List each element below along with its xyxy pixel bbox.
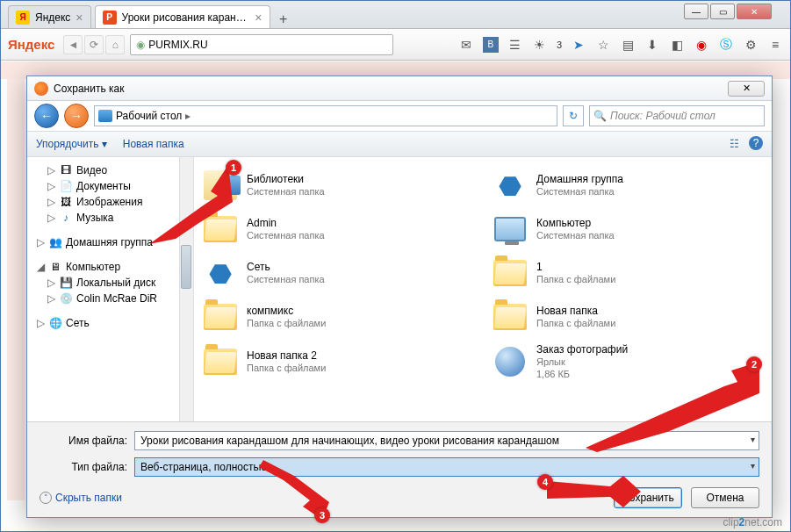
breadcrumb[interactable]: Рабочий стол ▸ — [94, 105, 557, 126]
tree-item-homegroup[interactable]: ▷👥Домашняя группа — [31, 234, 190, 250]
filename-label: Имя файла: — [40, 435, 127, 447]
download-icon[interactable]: ⬇ — [644, 37, 660, 53]
maximize-button[interactable]: ▭ — [710, 4, 735, 19]
vk-icon[interactable]: B — [483, 37, 499, 53]
folder-icon — [491, 255, 529, 291]
tree-item-network[interactable]: ▷🌐Сеть — [31, 315, 190, 331]
file-item[interactable]: Новая папка 2Папка с файлами — [198, 340, 478, 385]
hide-folders-button[interactable]: ˄ Скрыть папки — [40, 492, 122, 504]
tree-item-localdisk[interactable]: ▷💾Локальный диск — [31, 275, 190, 291]
close-button[interactable]: ✕ — [737, 4, 772, 19]
tab-purmix[interactable]: Р Уроки рисования каранда... × — [95, 5, 270, 28]
firefox-icon — [34, 82, 48, 96]
nav-back-button[interactable]: ← — [34, 104, 59, 128]
tree-item-documents[interactable]: ▷📄Документы — [31, 178, 190, 194]
file-list: БиблиотекиСистемная папка⬣Домашняя групп… — [194, 157, 772, 421]
file-name: 1 — [536, 261, 615, 274]
save-button[interactable]: Сохранить — [614, 487, 682, 508]
minimize-button[interactable]: — — [684, 4, 708, 19]
globe-icon — [491, 344, 529, 379]
new-folder-button[interactable]: Новая папка — [123, 138, 184, 150]
view-icon[interactable]: ☷ — [726, 136, 742, 152]
menu-icon[interactable]: ≡ — [767, 37, 783, 53]
folder-icon — [201, 212, 240, 247]
tab-close-icon[interactable]: × — [255, 11, 262, 25]
file-item[interactable]: Заказ фотографийЯрлык1,86 КБ — [487, 340, 768, 385]
file-name: Библиотеки — [247, 173, 325, 186]
tree-item-video[interactable]: ▷🎞Видео — [31, 162, 190, 178]
yandex-logo: Яндекс — [8, 37, 54, 52]
reload-icon[interactable]: ⟳ — [84, 35, 104, 54]
file-item[interactable]: КомпьютерСистемная папка — [487, 208, 768, 250]
tree-scrollbar[interactable] — [179, 157, 193, 421]
file-subtitle: Системная папка — [536, 230, 615, 242]
tool2-icon[interactable]: ⚙ — [743, 37, 759, 53]
nav-buttons: ◄ ⟳ ⌂ — [63, 35, 125, 54]
arrow-icon[interactable]: ➤ — [571, 37, 586, 53]
file-item[interactable]: 1Папка с файлами — [487, 252, 768, 294]
page-bg-strip — [7, 79, 25, 500]
comp-icon — [491, 212, 529, 247]
search-input[interactable]: 🔍 Поиск: Рабочий стол — [589, 105, 765, 126]
file-subtitle: Системная папка — [247, 186, 325, 198]
file-name: Заказ фотографий — [536, 343, 628, 356]
file-subtitle: Папка с файлами — [247, 363, 326, 375]
search-placeholder: Поиск: Рабочий стол — [610, 110, 715, 122]
folder-icon — [491, 299, 529, 334]
help-icon[interactable]: ? — [749, 136, 763, 150]
file-item[interactable]: Новая папкаПапка с файлами — [487, 296, 768, 338]
scrollbar-thumb[interactable] — [181, 245, 191, 289]
filetype-label: Тип файла: — [40, 461, 127, 473]
file-item[interactable]: ⬣СетьСистемная папка — [198, 252, 478, 294]
dialog-titlebar: Сохранить как ✕ — [27, 76, 772, 101]
tab-title: Уроки рисования каранда... — [122, 11, 250, 24]
yandex-favicon-icon: Я — [16, 11, 30, 25]
file-name: Сеть — [247, 261, 325, 274]
dialog-body: ▷🎞Видео ▷📄Документы ▷🖼Изображения ▷♪Музы… — [27, 157, 772, 421]
file-subtitle: Системная папка — [247, 274, 325, 286]
file-item[interactable]: AdminСистемная папка — [198, 208, 478, 250]
file-item[interactable]: ⬣Домашняя группаСистемная папка — [487, 164, 768, 206]
file-name: Домашняя группа — [536, 173, 623, 186]
filename-input[interactable]: Уроки рисования карандашом для начинающи… — [134, 431, 759, 450]
tab-yandex[interactable]: Я Яндекс × — [8, 5, 91, 28]
star-icon[interactable]: ☆ — [595, 37, 611, 53]
net-icon: ⬣ — [201, 255, 240, 291]
folder-tree: ▷🎞Видео ▷📄Документы ▷🖼Изображения ▷♪Музы… — [27, 157, 194, 421]
file-subtitle: Папка с файлами — [247, 318, 326, 330]
filetype-select[interactable]: Веб-страница, полностью — [134, 457, 759, 477]
file-name: Компьютер — [536, 217, 615, 230]
globe-icon: ◉ — [136, 39, 145, 51]
file-subtitle: Ярлык1,86 КБ — [536, 356, 628, 381]
desktop-icon — [98, 110, 112, 122]
cancel-button[interactable]: Отмена — [691, 487, 759, 508]
address-bar: Яндекс ◄ ⟳ ⌂ ◉ PURMIX.RU ✉ B ☰ ☀ 3 ➤ ☆ ▤… — [1, 29, 790, 61]
url-input[interactable]: ◉ PURMIX.RU — [130, 34, 393, 55]
home-icon[interactable]: ⌂ — [105, 35, 125, 54]
msg-icon[interactable]: ✉ — [458, 37, 474, 53]
file-item[interactable]: БиблиотекиСистемная папка — [198, 164, 478, 206]
ext2-icon[interactable]: ◉ — [694, 37, 709, 53]
back-icon[interactable]: ◄ — [63, 35, 83, 54]
dialog-bottom: Имя файла: Уроки рисования карандашом дл… — [27, 421, 772, 517]
tree-item-music[interactable]: ▷♪Музыка — [31, 210, 190, 226]
nav-forward-button[interactable]: → — [64, 104, 89, 128]
tree-item-colin[interactable]: ▷💿Colin McRae DiR — [31, 291, 190, 306]
ext1-icon[interactable]: ◧ — [669, 37, 685, 53]
file-name: компмикс — [247, 305, 326, 318]
file-name: Новая папка — [536, 305, 615, 318]
tree-item-computer[interactable]: ◢🖥Компьютер — [31, 259, 190, 275]
watermark: clip2net.com — [723, 516, 782, 528]
clipboard-icon[interactable]: ▤ — [620, 37, 636, 53]
file-item[interactable]: компмиксПапка с файлами — [198, 296, 478, 338]
tree-item-images[interactable]: ▷🖼Изображения — [31, 194, 190, 210]
new-tab-button[interactable]: + — [274, 11, 293, 28]
tool-icon[interactable]: ☰ — [507, 37, 523, 53]
tab-close-icon[interactable]: × — [76, 11, 83, 25]
chevron-up-icon: ˄ — [40, 492, 52, 504]
search-icon: 🔍 — [593, 110, 607, 122]
organize-menu[interactable]: Упорядочить ▾ — [36, 138, 107, 150]
dialog-close-button[interactable]: ✕ — [728, 81, 765, 97]
refresh-button[interactable]: ↻ — [563, 105, 584, 126]
skype-icon[interactable]: Ⓢ — [718, 37, 734, 53]
